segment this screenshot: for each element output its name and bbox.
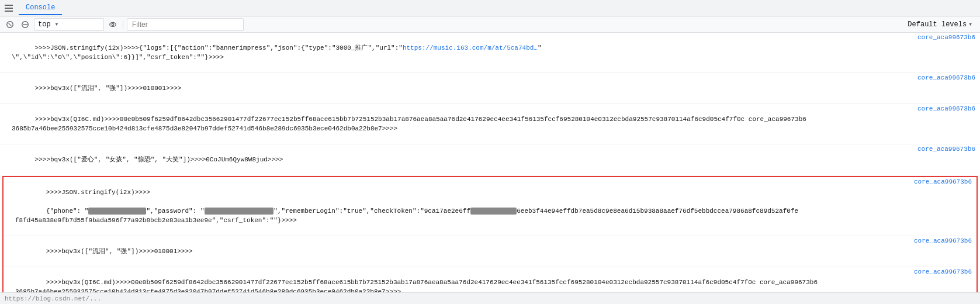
levels-chevron-icon: ▼ [969, 22, 972, 27]
row-source[interactable]: core_aca99673b6 [913, 144, 980, 154]
context-value: top [38, 20, 51, 29]
svg-point-4 [110, 22, 116, 26]
masked-phone [88, 208, 146, 215]
console-row: >>>>bqv3x(QI6C.md)>>>>00e0b509f6259df864… [0, 104, 980, 144]
row-source[interactable]: core_aca99673b6 [913, 33, 980, 42]
row-content: >>>>bqv3x(["流泪", "强"])>>>>010001>>>> [4, 236, 909, 267]
console-row-highlighted: >>>>JSON.stringify(i2x)>>>> {"phone": " … [4, 177, 976, 236]
console-tab[interactable]: Console [19, 1, 62, 15]
console-row-highlighted: >>>>bqv3x(["流泪", "强"])>>>>010001>>>> cor… [4, 236, 976, 267]
row-source[interactable]: core_aca99673b6 [913, 104, 980, 113]
eye-button[interactable] [106, 18, 119, 31]
console-content[interactable]: >>>>JSON.stringify(i2x)>>>>{"logs":[{"ac… [0, 33, 980, 304]
row-source[interactable]: core_aca99673b6 [913, 73, 980, 82]
console-row: >>>>bqv3x(["流泪", "强"])>>>>010001>>>> cor… [0, 73, 980, 104]
bottom-url: https://blog.csdn.net/... [5, 295, 101, 302]
no-ban-button[interactable] [19, 18, 32, 31]
levels-selector[interactable]: Default levels ▼ [903, 18, 976, 31]
context-chevron-icon: ▼ [56, 22, 58, 27]
row-source[interactable]: core_aca99673b6 [909, 177, 976, 186]
svg-line-1 [8, 23, 11, 26]
svg-point-5 [112, 23, 114, 26]
masked-password: ... 30 [205, 208, 274, 215]
context-selector[interactable]: top ▼ [34, 18, 104, 31]
clear-console-button[interactable] [4, 18, 16, 31]
row-source[interactable]: core_aca99673b6 [909, 267, 976, 277]
filter-input[interactable] [127, 18, 244, 31]
row-content: >>>>bqv3x(QI6C.md)>>>>00e0b509f6259df864… [0, 104, 913, 144]
toolbar-divider [123, 20, 123, 29]
levels-label: Default levels [908, 20, 967, 29]
menu-icon[interactable] [5, 4, 14, 13]
row-content: >>>>JSON.stringify(i2x)>>>> {"phone": " … [4, 177, 909, 236]
masked-token [470, 208, 517, 215]
console-toolbar: top ▼ Default levels ▼ [0, 16, 980, 33]
row-content: >>>>bqv3x(["流泪", "强"])>>>>010001>>>> [0, 73, 913, 103]
row-content: >>>>bqv3x(["爱心", "女孩", "惊恐", "大笑"])>>>>0… [0, 144, 913, 175]
console-row: >>>>JSON.stringify(i2x)>>>>{"logs":[{"ac… [0, 33, 980, 73]
highlighted-section: >>>>JSON.stringify(i2x)>>>> {"phone": " … [2, 176, 978, 304]
row-content: >>>>JSON.stringify(i2x)>>>>{"logs":[{"ac… [0, 33, 913, 72]
console-link[interactable]: https://music.163.com/m/at/5ca74bd… [403, 44, 538, 51]
bottom-status-bar: https://blog.csdn.net/... [0, 292, 980, 304]
row-source[interactable]: core_aca99673b6 [909, 236, 976, 246]
console-row: >>>>bqv3x(["爱心", "女孩", "惊恐", "大笑"])>>>>0… [0, 144, 980, 175]
devtools-titlebar: Console [0, 0, 980, 16]
